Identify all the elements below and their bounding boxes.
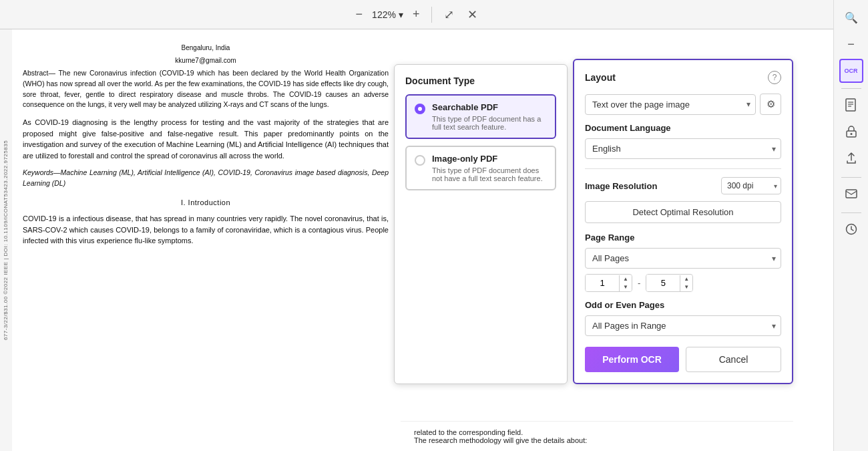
collapse-button[interactable]: ✕ [463, 5, 481, 25]
searchable-pdf-radio[interactable] [415, 104, 425, 114]
history-sidebar-button[interactable] [839, 218, 863, 243]
zoom-in-icon: + [413, 7, 420, 21]
perform-ocr-label: Perform OCR [602, 354, 662, 365]
doc-content: Bengaluru, India kkurne7@gmail.com Abstr… [12, 29, 399, 451]
range-from-input-wrap: ▲ ▼ [585, 274, 632, 292]
sidebar-divider1 [841, 88, 861, 89]
bottom-text1: related to the corresponding field. [414, 428, 780, 436]
fit-button[interactable]: ⤢ [440, 5, 458, 25]
image-only-pdf-label: Image-only PDF [432, 154, 547, 164]
divider [585, 168, 781, 169]
minus-sidebar-button[interactable]: − [839, 32, 863, 56]
page-range-label: Page Range [585, 233, 781, 243]
range-to-input[interactable] [646, 275, 680, 291]
bottom-doc-content: related to the corresponding field. The … [401, 421, 793, 451]
gear-icon: ⚙ [767, 98, 775, 110]
image-only-pdf-info: Image-only PDF This type of PDF document… [432, 154, 547, 182]
from-down-button[interactable]: ▼ [620, 283, 632, 291]
mail-icon [845, 189, 857, 201]
action-row: Perform OCR Cancel [585, 347, 781, 372]
lock-icon [846, 126, 857, 140]
detect-btn-label: Detect Optimal Resolution [632, 207, 733, 217]
from-up-button[interactable]: ▲ [620, 275, 632, 283]
minus-icon: − [847, 37, 855, 51]
from-spinners: ▲ ▼ [619, 275, 632, 291]
zoom-dropdown-icon: ▾ [399, 9, 403, 20]
layout-select-wrapper: Text over the page image Text below imag… [585, 94, 756, 115]
searchable-pdf-desc: This type of PDF document has a full tex… [432, 115, 547, 131]
search-icon: 🔍 [845, 11, 858, 24]
odd-even-label: Odd or Even Pages [585, 300, 781, 310]
zoom-out-icon: − [356, 7, 363, 21]
author-line2: kkurne7@gmail.com [23, 55, 389, 65]
history-icon [845, 223, 857, 238]
page-range-select-wrapper: All Pages Current Page Custom Range [585, 248, 781, 269]
doc-icon [845, 98, 857, 114]
resolution-row: Image Resolution 300 dpi 150 dpi 200 dpi… [585, 177, 781, 194]
zoom-in-button[interactable]: + [409, 5, 424, 24]
resolution-label: Image Resolution [585, 181, 657, 191]
range-from-input[interactable] [586, 275, 619, 291]
resolution-select-wrapper: 300 dpi 150 dpi 200 dpi 400 dpi 600 dpi [721, 177, 781, 194]
layout-select[interactable]: Text over the page image Text below imag… [585, 94, 756, 115]
image-only-pdf-option[interactable]: Image-only PDF This type of PDF document… [405, 146, 556, 190]
to-down-button[interactable]: ▼ [680, 283, 692, 291]
share-icon [846, 152, 857, 167]
ocr-panel: Layout ? Text over the page image Text b… [573, 59, 793, 384]
lang-label: Document Language [585, 123, 781, 133]
range-dash: - [638, 278, 640, 288]
to-up-button[interactable]: ▲ [680, 275, 692, 283]
odd-even-select-wrapper: All Pages in Range Odd Pages Only Even P… [585, 315, 781, 336]
zoom-display: 122% ▾ [372, 9, 403, 20]
cancel-label: Cancel [719, 354, 748, 365]
bottom-text2: The research methodology will give the d… [414, 436, 780, 444]
zoom-out-button[interactable]: − [352, 5, 367, 24]
searchable-pdf-option[interactable]: Searchable PDF This type of PDF document… [405, 94, 556, 139]
svg-point-5 [850, 133, 852, 135]
sidebar-divider3 [841, 212, 861, 213]
mail-sidebar-button[interactable] [839, 183, 863, 207]
perform-ocr-button[interactable]: Perform OCR [585, 347, 679, 372]
image-only-pdf-radio[interactable] [415, 155, 425, 166]
page-range-select[interactable]: All Pages Current Page Custom Range [585, 248, 781, 269]
svg-rect-0 [846, 99, 855, 111]
right-sidebar: 🔍 − OCR [833, 0, 868, 451]
doc-sidebar-button[interactable] [839, 94, 863, 118]
lock-sidebar-button[interactable] [839, 121, 863, 145]
detect-resolution-button[interactable]: Detect Optimal Resolution [585, 201, 781, 223]
ocr-layout-header: Layout ? [585, 71, 781, 84]
svg-rect-6 [846, 190, 857, 198]
share-sidebar-button[interactable] [839, 148, 863, 172]
searchable-pdf-label: Searchable PDF [432, 102, 547, 112]
range-inputs: ▲ ▼ - ▲ ▼ [585, 274, 781, 292]
search-sidebar-button[interactable]: 🔍 [839, 5, 863, 29]
image-only-pdf-desc: This type of PDF document does not have … [432, 166, 547, 182]
intro-para: COVID-19 is a infectious disease, that h… [23, 213, 389, 247]
doc-type-title: Document Type [405, 76, 556, 86]
ocr-icon: OCR [845, 68, 858, 74]
odd-even-select[interactable]: All Pages in Range Odd Pages Only Even P… [585, 315, 781, 336]
section-heading: I. Introduction [23, 197, 389, 208]
toolbar: − 122% ▾ + ⤢ ✕ [0, 0, 833, 29]
toolbar-divider [431, 7, 432, 23]
sidebar-divider2 [841, 177, 861, 178]
abstract-text: Abstract— The new Coronavirus infection … [23, 68, 389, 110]
page-range-section: Page Range All Pages Current Page Custom… [585, 233, 781, 292]
doc-type-panel: Document Type Searchable PDF This type o… [394, 64, 568, 384]
ocr-sidebar-button[interactable]: OCR [839, 59, 863, 83]
doi-label: 677-3/22/$31.00 ©2022 IEEE | DOI: 10.110… [0, 29, 12, 451]
resolution-select[interactable]: 300 dpi 150 dpi 200 dpi 400 dpi 600 dpi [721, 177, 781, 194]
lang-section: Document Language English French German … [585, 123, 781, 159]
lang-select[interactable]: English French German Spanish [585, 138, 781, 159]
lang-select-wrapper: English French German Spanish [585, 138, 781, 159]
overlay-container: Document Type Searchable PDF This type o… [394, 59, 793, 384]
range-to-input-wrap: ▲ ▼ [646, 274, 693, 292]
layout-select-row: Text over the page image Text below imag… [585, 94, 781, 115]
para2: As COVID-19 diagnosing is the lengthy pr… [23, 117, 389, 161]
help-icon[interactable]: ? [768, 71, 781, 84]
searchable-pdf-info: Searchable PDF This type of PDF document… [432, 102, 547, 131]
gear-button[interactable]: ⚙ [760, 94, 781, 115]
cancel-button[interactable]: Cancel [686, 347, 781, 372]
odd-even-section: Odd or Even Pages All Pages in Range Odd… [585, 300, 781, 336]
keywords: Keywords—Machine Learning (ML), Artifici… [23, 168, 389, 189]
